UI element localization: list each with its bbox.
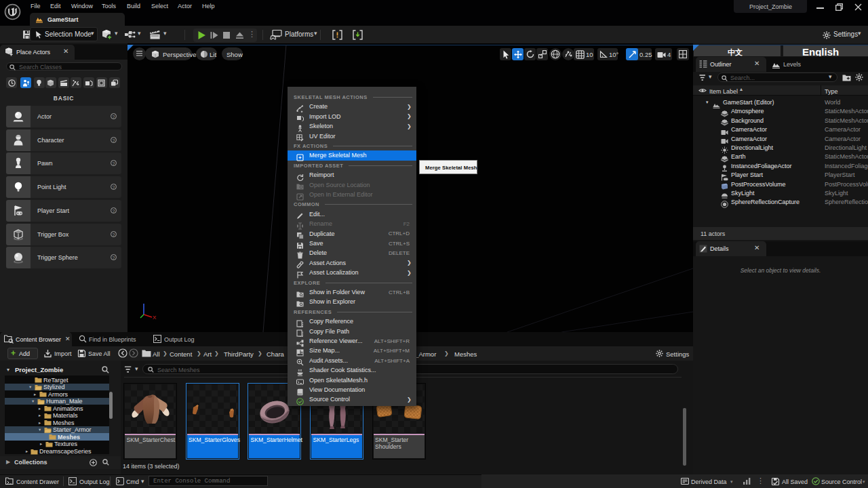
svg-text:X: X xyxy=(153,314,157,321)
